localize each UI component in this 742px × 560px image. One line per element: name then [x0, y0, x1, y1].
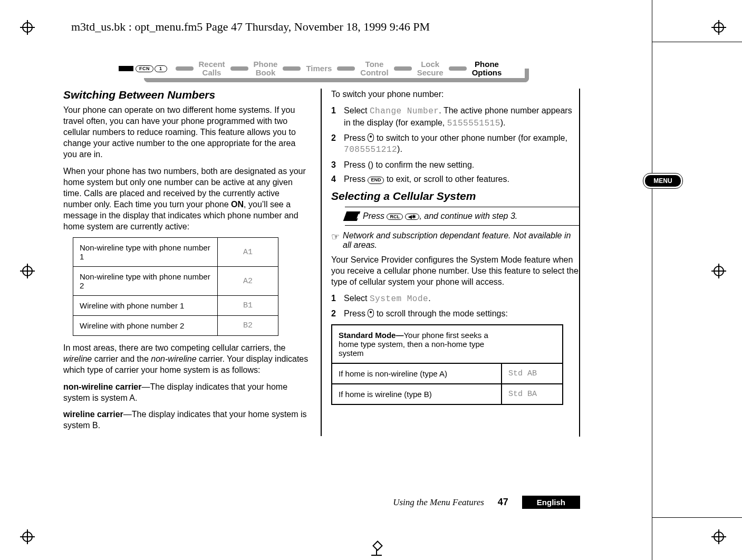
table-cell-label: Wireline with phone number 1	[73, 296, 218, 316]
registration-mark-icon	[711, 529, 726, 544]
step-number: 1	[331, 293, 336, 304]
display-text: 5155551515	[447, 119, 500, 128]
text-run: ).	[500, 118, 506, 127]
breadcrumb-connector-icon	[283, 66, 301, 71]
select-key-glyph: ()	[368, 160, 373, 169]
text-run: In most areas, there are two competing c…	[63, 343, 286, 352]
rcl-key-icon: RCL	[387, 214, 403, 220]
carrier-label: non-wireline carrier	[63, 382, 142, 391]
list-item: 2 Press to switch to your other phone nu…	[331, 132, 580, 156]
numbered-steps-system-mode: 1 Select System Mode. 2 Press to scroll …	[331, 293, 580, 319]
breadcrumb-item-tone-control: Tone Control	[360, 60, 388, 77]
text-run: Select	[344, 106, 370, 115]
step-number: 3	[331, 159, 336, 170]
table-cell-code: A2	[218, 267, 278, 296]
breadcrumb-connector-icon	[449, 66, 467, 71]
list-item: 1 Select System Mode.	[331, 293, 580, 305]
pointing-hand-icon: ☞	[331, 231, 339, 250]
paragraph: wireline carrier—The display indicates t…	[63, 409, 309, 431]
table-cell-code: B1	[218, 296, 278, 316]
paragraph: non-wireline carrier—The display indicat…	[63, 381, 309, 403]
table-cell-label: Non-wireline type with phone number 1	[73, 238, 218, 267]
list-item: 4 Press END to exit, or scroll to other …	[331, 173, 580, 185]
table-cell-label: Wireline with phone number 2	[73, 316, 218, 336]
text-run-on: ON	[231, 200, 244, 209]
footer-language-badge: English	[522, 496, 580, 509]
text-run-bold: Standard Mode—	[339, 331, 403, 340]
menu-breadcrumb: FCN 1 Recent Calls Phone Book Timers Ton…	[119, 53, 530, 84]
table-row: Non-wireline type with phone number 2 A2	[73, 267, 278, 296]
registration-mark-icon	[20, 264, 35, 278]
table-row: If home is non-wireline (type A) Std AB	[332, 363, 563, 384]
text-run: Press	[363, 211, 387, 220]
text-run: Press	[344, 175, 368, 184]
registration-mark-icon	[20, 20, 35, 35]
content-columns: Switching Between Numbers Your phone can…	[63, 89, 580, 436]
menu-tab: MENU	[643, 173, 683, 189]
text-run: to confirm the new setting.	[373, 160, 474, 169]
step-number: 1	[331, 105, 336, 116]
registration-mark-icon	[711, 20, 726, 35]
paragraph: To switch your phone number:	[331, 89, 580, 100]
breadcrumb-connector-icon	[230, 66, 248, 71]
table-cell-label: If home is wireline (type B)	[332, 384, 502, 404]
table-head-cell: Standard Mode—Your phone first seeks a h…	[332, 325, 502, 363]
footer-section-title: Using the Menu Features	[393, 497, 484, 508]
list-item: 3 Press () to confirm the new setting.	[331, 159, 580, 170]
text-run-nonwireline: non-wireline	[151, 354, 196, 363]
home-system-codes-table: Non-wireline type with phone number 1 A1…	[73, 237, 278, 336]
step-number: 2	[331, 308, 336, 319]
table-row: Wireline with phone number 2 B2	[73, 316, 278, 336]
breadcrumb-item-phone-book: Phone Book	[254, 60, 278, 77]
step-number: 4	[331, 173, 336, 185]
left-column: Switching Between Numbers Your phone can…	[63, 89, 309, 436]
list-item: 2 Press to scroll through the mode setti…	[331, 308, 580, 319]
text-run: , and continue with step 3.	[419, 211, 517, 220]
paragraph: In most areas, there are two competing c…	[63, 342, 309, 375]
breadcrumb-item-phone-options: Phone Options	[472, 60, 502, 77]
table-row: Wireline with phone number 1 B1	[73, 296, 278, 316]
text-run: .	[428, 294, 430, 303]
display-text: 7085551212	[344, 145, 397, 155]
page-guide-line	[652, 42, 742, 42]
paragraph: When your phone has two numbers, both ar…	[63, 166, 309, 233]
fcn-key-label: FCN	[136, 65, 153, 72]
end-key-icon: END	[368, 177, 384, 184]
table-head-empty	[502, 325, 563, 363]
fcn-key-icon: FCN 1	[136, 65, 167, 72]
text-run: Press	[344, 133, 368, 142]
breadcrumb-connector-icon	[337, 66, 355, 71]
scroll-key-icon	[368, 133, 374, 142]
left-star-key-icon: ◀✱	[405, 214, 419, 220]
one-key-label: 1	[155, 65, 167, 72]
table-row: If home is wireline (type B) Std BA	[332, 384, 563, 404]
text-run: Press	[344, 309, 368, 318]
text-run: to switch to your other phone number (fo…	[374, 133, 567, 142]
display-text: Change Number	[370, 107, 439, 116]
scroll-key-icon	[368, 309, 374, 317]
table-cell-label: If home is non-wireline (type A)	[332, 363, 502, 384]
list-item: 1 Select Change Number. The active phone…	[331, 105, 580, 129]
breadcrumb-items: Recent Calls Phone Book Timers Tone Cont…	[170, 60, 530, 77]
breadcrumb-connector-icon	[394, 66, 412, 71]
table-row: Standard Mode—Your phone first seeks a h…	[332, 325, 563, 363]
breadcrumb-connector-icon	[176, 66, 194, 71]
menu-tab-label: MENU	[645, 175, 681, 187]
text-run: ).	[397, 144, 402, 153]
numbered-steps-switch: 1 Select Change Number. The active phone…	[331, 105, 580, 185]
footer-page-number: 47	[498, 497, 508, 508]
breadcrumb-return-line	[144, 78, 529, 82]
table-row: Non-wireline type with phone number 1 A1	[73, 238, 278, 267]
text-run: Select	[344, 294, 370, 303]
right-column: To switch your phone number: 1 Select Ch…	[321, 89, 580, 436]
carrier-label: wireline carrier	[63, 410, 123, 419]
table-cell-code: Std BA	[502, 384, 563, 404]
shortcut-text: Press RCL ◀✱, and continue with step 3.	[363, 211, 517, 221]
note-text: Network and subscription dependant featu…	[343, 231, 580, 250]
system-mode-table: Standard Mode—Your phone first seeks a h…	[331, 324, 563, 405]
shortcut-arrow-icon	[343, 211, 361, 221]
text-run: Press	[344, 160, 368, 169]
page-guide-line	[652, 0, 652, 560]
step-number: 2	[331, 132, 336, 143]
breadcrumb-item-lock-secure: Lock Secure	[417, 60, 444, 77]
